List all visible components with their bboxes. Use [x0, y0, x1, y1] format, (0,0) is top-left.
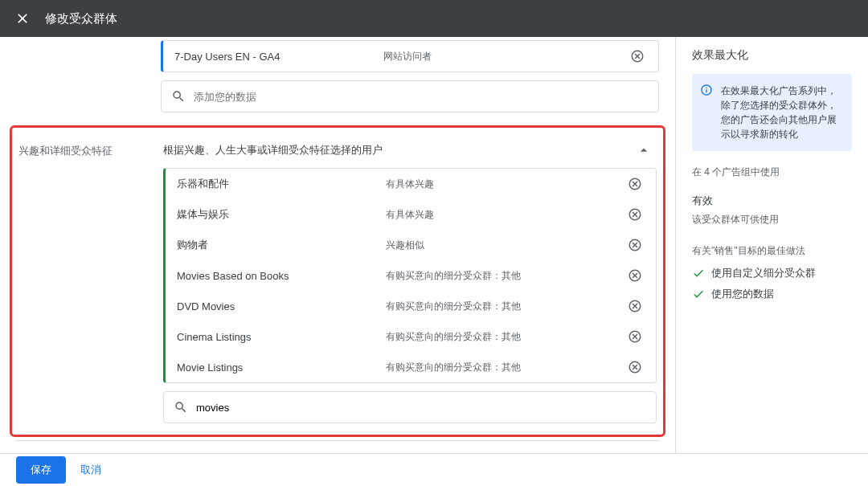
data-items-box: 7-Day Users EN - GA4 网站访问者	[161, 40, 659, 72]
interest-search[interactable]	[163, 391, 657, 423]
data-search[interactable]	[161, 80, 659, 112]
item-name: Movies Based on Books	[177, 270, 386, 282]
remove-icon[interactable]	[625, 238, 645, 252]
remove-icon[interactable]	[625, 207, 645, 222]
best-practices-title: 有关"销售"目标的最佳做法	[692, 244, 852, 258]
section-label-interests: 兴趣和详细受众特征	[18, 139, 163, 423]
item-name: DVD Movies	[177, 300, 386, 312]
app-bar: 修改受众群体	[0, 0, 868, 37]
remove-icon[interactable]	[625, 177, 645, 191]
interest-item: Movie Listings有购买意向的细分受众群：其他	[166, 352, 656, 382]
info-icon	[700, 84, 713, 96]
info-box: 在效果最大化广告系列中，除了您选择的受众群体外，您的广告还会向其他用户展示以寻求…	[692, 74, 852, 151]
section-label-demographics: 受众特征	[16, 451, 161, 453]
item-name: Movie Listings	[177, 361, 386, 374]
interest-item: 乐器和配件有具体兴趣	[166, 169, 656, 199]
item-type: 有购买意向的细分受众群：其他	[386, 269, 625, 283]
side-panel: 效果最大化 在效果最大化广告系列中，除了您选择的受众群体外，您的广告还会向其他用…	[675, 37, 868, 453]
item-name: 7-Day Users EN - GA4	[174, 51, 383, 63]
sidebar-title: 效果最大化	[692, 48, 852, 63]
item-type: 有购买意向的细分受众群：其他	[386, 300, 625, 313]
main-panel: 7-Day Users EN - GA4 网站访问者 兴趣和详细受众特征	[0, 37, 675, 453]
check-icon	[692, 288, 705, 300]
section-heading: 根据兴趣、人生大事或详细受众特征选择的用户	[163, 143, 383, 157]
search-icon	[171, 89, 186, 104]
data-search-input[interactable]	[194, 91, 649, 103]
close-icon[interactable]	[13, 9, 32, 28]
check-icon	[692, 267, 705, 280]
interest-item: 购物者兴趣相似	[166, 230, 656, 260]
search-icon	[174, 400, 188, 415]
interest-search-input[interactable]	[196, 402, 646, 414]
item-name: Cinema Listings	[177, 331, 386, 343]
best-practice-item: 使用您的数据	[692, 287, 852, 301]
item-type: 有购买意向的细分受众群：其他	[386, 361, 625, 374]
interest-item: Movies Based on Books有购买意向的细分受众群：其他	[166, 260, 656, 291]
usage-text: 在 4 个广告组中使用	[692, 165, 852, 179]
item-type: 有购买意向的细分受众群：其他	[386, 330, 625, 344]
item-type: 兴趣相似	[386, 239, 625, 252]
interest-item: 媒体与娱乐有具体兴趣	[166, 199, 656, 230]
item-name: 媒体与娱乐	[177, 207, 386, 222]
page-title: 修改受众群体	[45, 11, 117, 27]
interest-item: DVD Movies有购买意向的细分受众群：其他	[166, 291, 656, 321]
item-type: 网站访问者	[383, 50, 628, 63]
remove-icon[interactable]	[625, 329, 645, 344]
remove-icon[interactable]	[625, 268, 645, 283]
status-subtitle: 该受众群体可供使用	[692, 213, 852, 227]
info-text: 在效果最大化广告系列中，除了您选择的受众群体外，您的广告还会向其他用户展示以寻求…	[721, 85, 837, 140]
save-button[interactable]: 保存	[16, 456, 66, 484]
remove-icon[interactable]	[625, 299, 645, 313]
footer-bar: 保存 取消	[0, 453, 868, 486]
interest-items-box: 乐器和配件有具体兴趣媒体与娱乐有具体兴趣购物者兴趣相似Movies Based …	[163, 168, 657, 383]
item-type: 有具体兴趣	[386, 178, 625, 191]
highlight-frame: 兴趣和详细受众特征 根据兴趣、人生大事或详细受众特征选择的用户 乐器和配件有具体…	[10, 125, 665, 437]
best-practice-item: 使用自定义细分受众群	[692, 266, 852, 280]
item-type: 有具体兴趣	[386, 208, 625, 222]
item-name: 乐器和配件	[177, 177, 386, 191]
status-title: 有效	[692, 194, 852, 208]
remove-icon[interactable]	[628, 49, 647, 63]
data-item: 7-Day Users EN - GA4 网站访问者	[163, 41, 658, 71]
chevron-up-icon[interactable]	[636, 142, 652, 158]
remove-icon[interactable]	[625, 360, 645, 374]
cancel-button[interactable]: 取消	[80, 463, 101, 477]
interest-item: Cinema Listings有购买意向的细分受众群：其他	[166, 321, 656, 352]
item-name: 购物者	[177, 238, 386, 252]
